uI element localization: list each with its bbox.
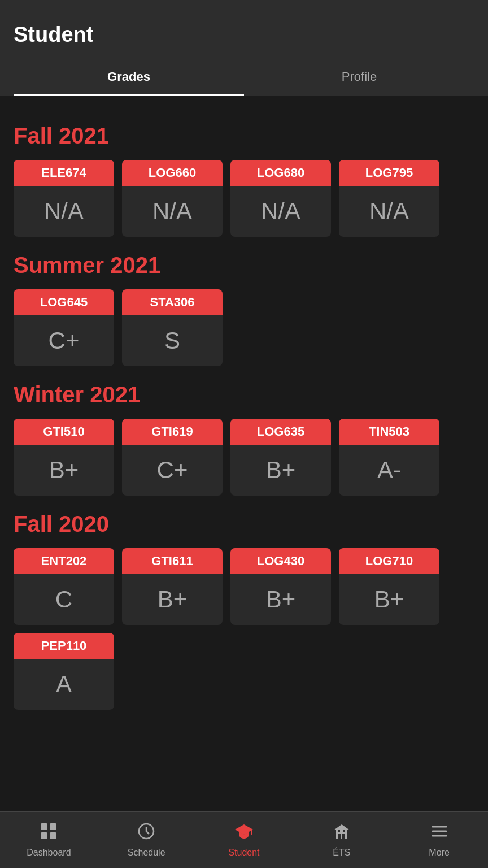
course-card-log635[interactable]: LOG635 B+ <box>230 419 331 496</box>
nav-item-schedule[interactable]: Schedule <box>98 812 195 868</box>
course-grade: C <box>14 574 114 625</box>
course-grade: B+ <box>122 574 223 625</box>
bottom-nav: Dashboard Schedule Student <box>0 811 488 868</box>
page-title: Student <box>14 23 474 58</box>
course-card-log710[interactable]: LOG710 B+ <box>339 548 439 625</box>
section-summer2021-grid: LOG645 C+ STA306 S <box>14 289 474 366</box>
course-card-gti619[interactable]: GTI619 C+ <box>122 419 223 496</box>
grid-icon <box>40 822 58 844</box>
graduation-icon <box>235 822 253 844</box>
section-fall2020-grid: ENT202 C GTI611 B+ LOG430 B+ LOG710 B+ P… <box>14 548 474 710</box>
section-fall2021-title: Fall 2021 <box>14 123 474 149</box>
nav-label-schedule: Schedule <box>128 848 165 858</box>
course-card-pep110[interactable]: PEP110 A <box>14 633 114 710</box>
clock-icon <box>137 822 155 844</box>
course-card-sta306[interactable]: STA306 S <box>122 289 223 366</box>
course-code: GTI619 <box>122 419 223 445</box>
course-code: GTI510 <box>14 419 114 445</box>
grades-content: Fall 2021 ELE674 N/A LOG660 N/A LOG680 N… <box>0 96 488 789</box>
course-grade: B+ <box>230 445 331 496</box>
svg-rect-11 <box>338 830 340 832</box>
building-icon <box>333 822 351 844</box>
course-code: ELE674 <box>14 160 114 186</box>
course-code: STA306 <box>122 289 223 315</box>
tab-grades[interactable]: Grades <box>14 58 244 96</box>
course-grade: N/A <box>230 186 331 237</box>
tab-profile[interactable]: Profile <box>244 58 474 96</box>
nav-label-dashboard: Dashboard <box>27 848 71 858</box>
course-card-ele674[interactable]: ELE674 N/A <box>14 160 114 237</box>
course-card-gti611[interactable]: GTI611 B+ <box>122 548 223 625</box>
svg-rect-6 <box>251 830 252 835</box>
course-card-log795[interactable]: LOG795 N/A <box>339 160 439 237</box>
course-code: LOG645 <box>14 289 114 315</box>
section-summer2021-title: Summer 2021 <box>14 253 474 278</box>
nav-label-ets: ÉTS <box>333 848 350 858</box>
course-code: LOG430 <box>230 548 331 574</box>
course-card-gti510[interactable]: GTI510 B+ <box>14 419 114 496</box>
course-code: LOG795 <box>339 160 439 186</box>
svg-marker-5 <box>235 824 253 835</box>
nav-label-more: More <box>429 848 449 858</box>
course-card-log680[interactable]: LOG680 N/A <box>230 160 331 237</box>
course-grade: C+ <box>122 445 223 496</box>
course-grade: B+ <box>230 574 331 625</box>
section-fall2020-title: Fall 2020 <box>14 511 474 537</box>
course-card-tin503[interactable]: TIN503 A- <box>339 419 439 496</box>
nav-item-ets[interactable]: ÉTS <box>293 812 390 868</box>
course-grade: C+ <box>14 315 114 366</box>
course-code: PEP110 <box>14 633 114 659</box>
svg-rect-3 <box>50 832 56 839</box>
svg-rect-10 <box>342 834 345 839</box>
tab-bar: Grades Profile <box>14 58 474 96</box>
course-grade: N/A <box>122 186 223 237</box>
course-card-log660[interactable]: LOG660 N/A <box>122 160 223 237</box>
section-winter2021-grid: GTI510 B+ GTI619 C+ LOG635 B+ TIN503 A- <box>14 419 474 496</box>
course-grade: B+ <box>14 445 114 496</box>
course-grade: A- <box>339 445 439 496</box>
svg-rect-7 <box>336 830 347 839</box>
svg-rect-0 <box>41 823 47 830</box>
course-grade: N/A <box>339 186 439 237</box>
svg-rect-1 <box>50 823 56 830</box>
course-grade: N/A <box>14 186 114 237</box>
course-card-log645[interactable]: LOG645 C+ <box>14 289 114 366</box>
course-grade: S <box>122 315 223 366</box>
nav-item-student[interactable]: Student <box>195 812 293 868</box>
nav-label-student: Student <box>228 848 259 858</box>
course-grade: B+ <box>339 574 439 625</box>
svg-rect-12 <box>343 830 345 832</box>
nav-item-more[interactable]: More <box>390 812 488 868</box>
course-grade: A <box>14 659 114 710</box>
course-code: LOG680 <box>230 160 331 186</box>
svg-rect-2 <box>41 832 47 839</box>
course-code: LOG710 <box>339 548 439 574</box>
nav-item-dashboard[interactable]: Dashboard <box>0 812 98 868</box>
course-code: ENT202 <box>14 548 114 574</box>
menu-icon <box>430 822 448 844</box>
course-code: GTI611 <box>122 548 223 574</box>
course-code: LOG660 <box>122 160 223 186</box>
course-code: LOG635 <box>230 419 331 445</box>
course-code: TIN503 <box>339 419 439 445</box>
svg-marker-8 <box>334 824 350 830</box>
svg-rect-9 <box>338 834 341 839</box>
app-header: Student Grades Profile <box>0 0 488 96</box>
section-fall2021-grid: ELE674 N/A LOG660 N/A LOG680 N/A LOG795 … <box>14 160 474 237</box>
course-card-ent202[interactable]: ENT202 C <box>14 548 114 625</box>
course-card-log430[interactable]: LOG430 B+ <box>230 548 331 625</box>
section-winter2021-title: Winter 2021 <box>14 382 474 407</box>
